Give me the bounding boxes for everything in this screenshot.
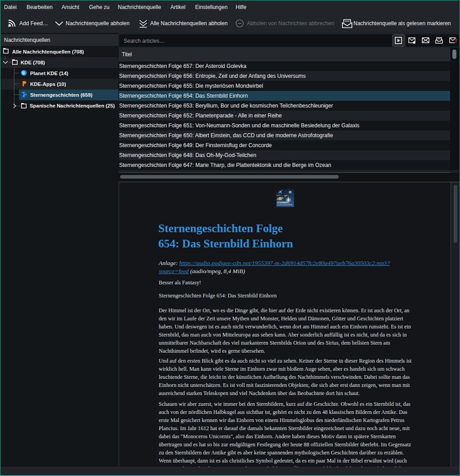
svg-text:GESCHICHTEN: GESCHICHTEN <box>277 204 293 206</box>
svg-text:STERNEN-: STERNEN- <box>277 202 288 204</box>
